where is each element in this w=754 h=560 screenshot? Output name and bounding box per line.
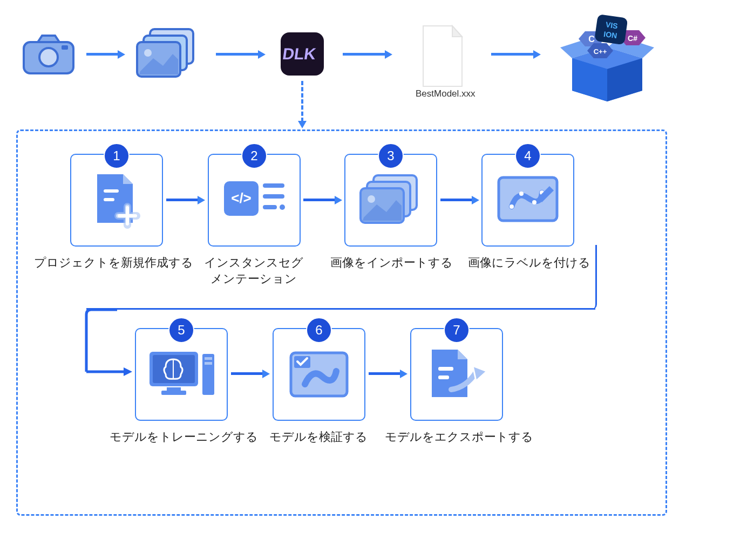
svg-point-6 [144, 49, 152, 57]
new-project-icon [91, 171, 142, 229]
model-file-icon [416, 24, 470, 91]
step-6-box: 6 [273, 328, 365, 421]
connector-path [526, 245, 597, 310]
svg-point-38 [519, 192, 524, 196]
arrow-icon [343, 53, 386, 56]
step-2-box: 2 </> [208, 154, 301, 247]
label-images-icon [495, 174, 560, 226]
step-6-badge: 6 [306, 317, 332, 343]
connector-path [85, 308, 117, 384]
svg-rect-30 [263, 205, 277, 209]
step-7-badge: 7 [444, 317, 470, 343]
svg-text:</>: </> [231, 190, 252, 206]
arrow-icon [216, 53, 259, 56]
diagram-canvas: DLK BestModel.xxx C C++ C# VISION [0, 0, 754, 560]
model-file-label: BestModel.xxx [416, 88, 476, 99]
svg-rect-52 [438, 367, 453, 371]
arrow-icon [303, 199, 336, 201]
svg-rect-47 [202, 354, 214, 395]
svg-rect-48 [205, 357, 212, 360]
step-6-label: モデルを検証する [264, 429, 372, 445]
arrow-icon [491, 53, 534, 56]
svg-text:VIS: VIS [605, 20, 619, 30]
step-2-label: インスタンスセグ メンテーション [192, 255, 316, 286]
svg-rect-29 [263, 194, 284, 199]
svg-point-31 [280, 204, 285, 210]
camera-icon [22, 32, 76, 78]
arrow-icon [440, 199, 473, 201]
arrow-icon [166, 199, 199, 201]
step-2-badge: 2 [241, 143, 267, 169]
svg-text:C#: C# [628, 34, 637, 43]
svg-text:C++: C++ [594, 47, 607, 56]
svg-rect-44 [167, 387, 181, 391]
validate-model-icon [287, 349, 351, 400]
step-1-label: プロジェクトを新規作成する [32, 255, 194, 271]
svg-rect-49 [205, 362, 212, 365]
step-4-box: 4 [481, 154, 574, 247]
step-5-label: モデルをトレーニングする [103, 429, 264, 445]
svg-marker-54 [473, 366, 487, 381]
svg-rect-45 [161, 391, 186, 395]
svg-point-35 [368, 195, 375, 203]
export-model-icon [424, 345, 489, 404]
step-1-badge: 1 [104, 143, 130, 169]
step-1-box: 1 [70, 154, 163, 247]
step-5-box: 5 [135, 328, 228, 421]
step-3-box: 3 [344, 154, 437, 247]
svg-rect-18 [104, 189, 119, 193]
svg-point-39 [532, 200, 536, 204]
svg-rect-53 [438, 375, 449, 379]
dashed-connector [301, 81, 303, 122]
svg-text:C: C [588, 35, 595, 44]
step-3-label: 画像をインポートする [324, 255, 459, 271]
step-7-box: 7 [410, 328, 503, 421]
step-5-badge: 5 [168, 317, 194, 343]
import-images-icon [358, 173, 423, 227]
svg-marker-41 [124, 367, 132, 376]
connector-path [86, 308, 595, 310]
arrow-icon [86, 53, 119, 56]
arrow-icon [231, 372, 263, 375]
step-7-label: モデルをエクスポートする [383, 429, 534, 445]
svg-rect-19 [104, 198, 114, 201]
sdk-box-icon: C C++ C# VISION [556, 10, 658, 104]
step-4-badge: 4 [515, 143, 541, 169]
svg-rect-28 [263, 183, 284, 188]
dlk-app-icon: DLK [281, 32, 324, 78]
image-stack-icon [135, 27, 200, 83]
svg-text:DLK: DLK [281, 45, 317, 63]
step-3-badge: 3 [378, 143, 404, 169]
svg-point-37 [510, 204, 514, 209]
svg-rect-2 [62, 45, 68, 50]
svg-point-1 [39, 48, 58, 66]
train-model-icon [146, 347, 216, 401]
arrow-icon [369, 372, 401, 375]
segmentation-icon: </> [222, 176, 287, 224]
